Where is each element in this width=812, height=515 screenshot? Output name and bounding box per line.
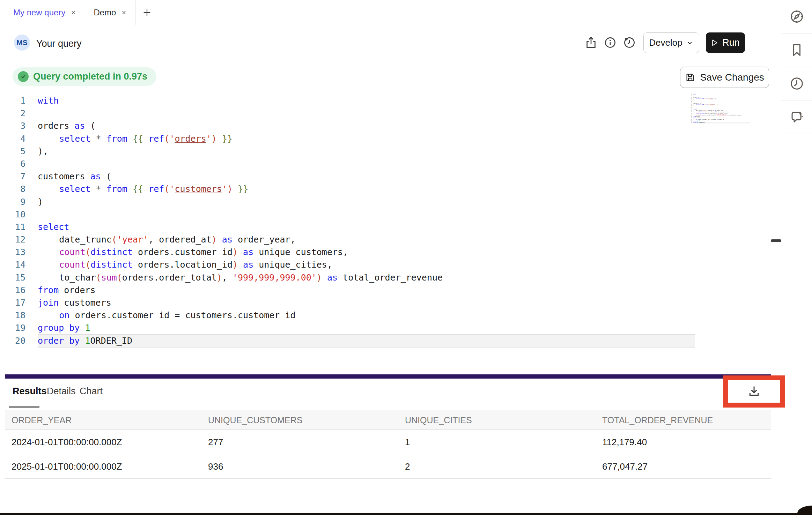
close-icon[interactable] — [121, 9, 127, 16]
code-line-18[interactable]: 18 on orders.customer_id = customers.cus… — [690, 119, 750, 120]
line-number: 1 — [690, 94, 692, 95]
code-line-9[interactable]: 9) — [10, 196, 695, 208]
code-line-20[interactable]: 20order by 1ORDER_ID — [10, 335, 695, 347]
line-number: 6 — [10, 158, 25, 170]
line-number: 10 — [690, 107, 692, 108]
code-line-3[interactable]: 3orders as ( — [690, 97, 750, 98]
sql-code-editor[interactable]: 1with2 3orders as (4 select * from {{ re… — [10, 95, 695, 347]
code-line-4[interactable]: 4 select * from {{ ref('orders') }} — [10, 133, 695, 145]
line-number: 8 — [10, 183, 25, 195]
code-line-15[interactable]: 15 to_char(sum(orders.order_total), '999… — [690, 114, 750, 116]
panel-resize-handle[interactable] — [5, 374, 771, 379]
code-line-14[interactable]: 14 count(distinct orders.location_id) as… — [10, 259, 695, 271]
code-line-20[interactable]: 20order by 1ORDER_ID — [690, 122, 750, 123]
info-icon — [604, 36, 617, 49]
code-line-6[interactable]: 6 — [690, 101, 750, 102]
code-line-11[interactable]: 11select — [690, 109, 750, 110]
line-number: 6 — [690, 101, 692, 102]
line-number: 2 — [690, 95, 692, 96]
code-line-5[interactable]: 5), — [690, 99, 750, 101]
code-line-12[interactable]: 12 date_trunc('year', ordered_at) as ord… — [10, 233, 695, 246]
query-status-badge: Query completed in 0.97s — [13, 67, 156, 86]
query-history-button[interactable] — [623, 36, 636, 49]
new-tab-button[interactable] — [136, 0, 158, 25]
code-line-9[interactable]: 9) — [690, 105, 750, 107]
code-line-11[interactable]: 11select — [10, 221, 695, 233]
line-number: 3 — [690, 97, 692, 98]
line-number: 11 — [10, 221, 25, 233]
line-number: 3 — [10, 120, 25, 132]
sidebar-item-explore[interactable] — [781, 0, 812, 33]
plus-icon — [142, 7, 152, 18]
table-cell: 677,047.27 — [602, 461, 648, 472]
line-number: 17 — [10, 297, 25, 309]
code-line-19[interactable]: 19group by 1 — [10, 322, 695, 334]
run-button[interactable]: Run — [706, 32, 745, 53]
code-line-1[interactable]: 1with — [690, 94, 750, 95]
code-line-10[interactable]: 10 — [10, 208, 695, 221]
tab-details[interactable]: Details — [47, 386, 76, 397]
code-line-6[interactable]: 6 — [10, 158, 695, 170]
download-button[interactable] — [747, 385, 761, 398]
check-circle-icon — [18, 71, 29, 82]
code-line-17[interactable]: 17join customers — [690, 117, 750, 119]
code-line-3[interactable]: 3orders as ( — [10, 120, 695, 132]
column-header: TOTAL_ORDER_REVENUE — [602, 415, 713, 425]
tab-my-new-query[interactable]: My new query — [5, 0, 85, 25]
status-message: Query completed in 0.97s — [33, 71, 147, 82]
clock-icon — [789, 76, 804, 91]
results-table-header: ORDER_YEAR UNIQUE_CUSTOMERS UNIQUE_CITIE… — [5, 410, 771, 430]
line-number: 18 — [10, 309, 25, 322]
history-icon — [623, 36, 636, 49]
develop-dropdown[interactable]: Develop — [643, 32, 699, 53]
run-label: Run — [722, 37, 740, 48]
code-line-4[interactable]: 4 select * from {{ ref('orders') }} — [690, 98, 750, 99]
tab-bar: My new query Demo — [0, 0, 771, 25]
code-line-16[interactable]: 16from orders — [690, 116, 750, 117]
code-line-7[interactable]: 7customers as ( — [690, 103, 750, 104]
line-number: 19 — [690, 120, 692, 122]
share-icon — [584, 36, 598, 49]
code-line-15[interactable]: 15 to_char(sum(orders.order_total), '999… — [10, 271, 695, 284]
editor-right-border — [771, 0, 771, 513]
code-line-17[interactable]: 17join customers — [10, 297, 695, 309]
sidebar-item-bookmarks[interactable] — [781, 33, 812, 67]
line-number: 8 — [690, 104, 692, 105]
share-button[interactable] — [584, 36, 598, 49]
develop-label: Develop — [649, 37, 682, 48]
code-line-8[interactable]: 8 select * from {{ ref('customers') }} — [10, 183, 695, 195]
line-number: 9 — [690, 105, 692, 107]
code-line-2[interactable]: 2 — [690, 95, 750, 96]
tab-demo[interactable]: Demo — [85, 0, 136, 25]
code-line-13[interactable]: 13 count(distinct orders.customer_id) as… — [690, 111, 750, 113]
sidebar-item-ai-chat[interactable] — [781, 100, 812, 134]
code-line-18[interactable]: 18 on orders.customer_id = customers.cus… — [10, 309, 695, 322]
table-cell: 2 — [405, 461, 410, 472]
tab-chart[interactable]: Chart — [80, 386, 103, 397]
code-line-8[interactable]: 8 select * from {{ ref('customers') }} — [690, 104, 750, 105]
scrollbar-thumb[interactable] — [771, 239, 781, 242]
code-line-13[interactable]: 13 count(distinct orders.customer_id) as… — [10, 246, 695, 259]
code-line-12[interactable]: 12 date_trunc('year', ordered_at) as ord… — [690, 110, 750, 111]
line-number: 5 — [690, 99, 692, 101]
line-number: 7 — [10, 170, 25, 183]
download-icon — [747, 385, 761, 398]
code-line-19[interactable]: 19group by 1 — [690, 120, 750, 122]
avatar[interactable]: MS — [14, 35, 30, 51]
code-line-10[interactable]: 10 — [690, 107, 750, 108]
code-line-5[interactable]: 5), — [10, 145, 695, 158]
info-button[interactable] — [604, 36, 617, 49]
code-line-2[interactable]: 2 — [10, 107, 695, 120]
line-number: 7 — [690, 103, 692, 104]
line-number: 10 — [10, 208, 25, 221]
code-line-16[interactable]: 16from orders — [10, 284, 695, 297]
close-icon[interactable] — [70, 9, 76, 16]
code-line-1[interactable]: 1with — [10, 95, 695, 107]
code-line-14[interactable]: 14 count(distinct orders.location_id) as… — [690, 113, 750, 114]
sidebar-item-history[interactable] — [781, 67, 812, 100]
editor-minimap[interactable]: 1with2 3orders as (4 select * from {{ re… — [690, 94, 750, 124]
save-changes-button[interactable]: Save Changes — [680, 67, 769, 88]
tab-results[interactable]: Results — [13, 386, 47, 397]
code-line-7[interactable]: 7customers as ( — [10, 170, 695, 183]
column-header: UNIQUE_CUSTOMERS — [208, 415, 302, 425]
